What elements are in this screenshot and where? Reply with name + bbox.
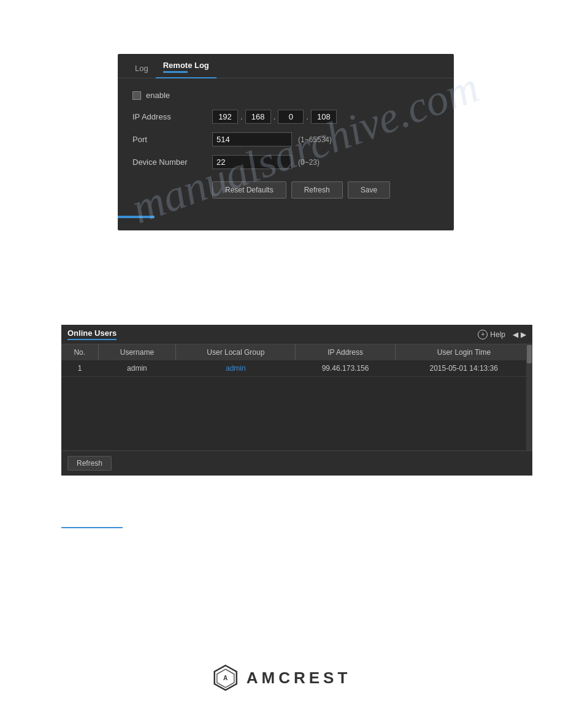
col-username: Username	[98, 344, 176, 360]
panel-title: Online Users	[67, 328, 117, 338]
svg-text:A: A	[223, 675, 228, 681]
scrollbar[interactable]	[526, 344, 532, 450]
amcrest-hex-icon: A	[212, 664, 239, 691]
device-input[interactable]	[212, 155, 292, 169]
ip-address-row: IP Address . . .	[132, 110, 439, 124]
table-scroll-area: No. Username User Local Group IP Address…	[61, 344, 532, 450]
panel-footer: Refresh	[61, 450, 532, 476]
port-hint: (1~65534)	[298, 135, 332, 144]
panel-header: Online Users + Help ◀ ▶	[61, 325, 532, 344]
port-label: Port	[132, 135, 212, 144]
enable-label: enable	[146, 91, 170, 100]
ip-seg4[interactable]	[311, 110, 337, 124]
enable-row: enable	[132, 91, 439, 100]
panel-title-underline	[67, 339, 117, 340]
tab-remote-log[interactable]: Remote Log	[156, 56, 216, 78]
enable-checkbox[interactable]	[132, 91, 141, 100]
device-row: Device Number (0~23)	[132, 155, 439, 169]
nav-next[interactable]: ▶	[521, 330, 526, 339]
table-header-row: No. Username User Local Group IP Address…	[61, 344, 532, 360]
ip-dot-1: .	[240, 112, 243, 121]
cell-group: admin	[176, 360, 296, 377]
tab-log[interactable]: Log	[128, 59, 156, 78]
online-users-table: No. Username User Local Group IP Address…	[61, 344, 532, 377]
ip-inputs: . . .	[212, 110, 337, 124]
help-label[interactable]: Help	[490, 330, 505, 339]
ip-dot-2: .	[274, 112, 276, 121]
ip-dot-3: .	[306, 112, 308, 121]
cell-login-time: 2015-05-01 14:13:36	[395, 360, 532, 377]
refresh-button[interactable]: Refresh	[291, 181, 343, 199]
button-row: Reset Defaults Refresh Save	[212, 181, 439, 199]
device-hint: (0~23)	[298, 158, 320, 167]
device-label: Device Number	[132, 157, 212, 167]
remote-log-panel: Log Remote Log enable IP Address . . . P…	[118, 54, 454, 230]
col-ip: IP Address	[296, 344, 396, 360]
port-input[interactable]	[212, 132, 292, 146]
help-block: + Help	[478, 330, 505, 339]
col-no: No.	[61, 344, 98, 360]
port-row: Port (1~65534)	[132, 132, 439, 146]
table-empty-space	[61, 377, 532, 450]
tab-bar: Log Remote Log	[118, 54, 454, 78]
col-group: User Local Group	[176, 344, 296, 360]
panel-bottom-accent	[118, 216, 454, 218]
reset-defaults-button[interactable]: Reset Defaults	[212, 181, 286, 199]
save-button[interactable]: Save	[348, 181, 390, 199]
tab-underline	[163, 71, 188, 73]
cell-no: 1	[61, 360, 98, 377]
ip-seg2[interactable]	[245, 110, 271, 124]
table-row: 1 admin admin 99.46.173.156 2015-05-01 1…	[61, 360, 532, 377]
section-divider-line	[61, 527, 123, 528]
scrollbar-thumb[interactable]	[527, 345, 532, 363]
amcrest-brand-text: AMCREST	[247, 669, 351, 688]
online-users-panel: Online Users + Help ◀ ▶ No. Username Use…	[61, 325, 532, 476]
ip-seg3[interactable]	[278, 110, 304, 124]
ip-label: IP Address	[132, 112, 212, 121]
cell-username: admin	[98, 360, 176, 377]
ip-seg1[interactable]	[212, 110, 238, 124]
nav-prev[interactable]: ◀	[513, 330, 518, 339]
panel-body: enable IP Address . . . Port (1~65534) D…	[118, 78, 454, 211]
panel-title-block: Online Users	[67, 328, 117, 340]
col-login-time: User Login Time	[395, 344, 532, 360]
online-users-refresh-button[interactable]: Refresh	[67, 456, 112, 471]
cell-ip: 99.46.173.156	[296, 360, 396, 377]
nav-arrows: ◀ ▶	[513, 330, 526, 339]
amcrest-logo: A AMCREST	[212, 664, 351, 691]
help-icon: +	[478, 330, 488, 339]
